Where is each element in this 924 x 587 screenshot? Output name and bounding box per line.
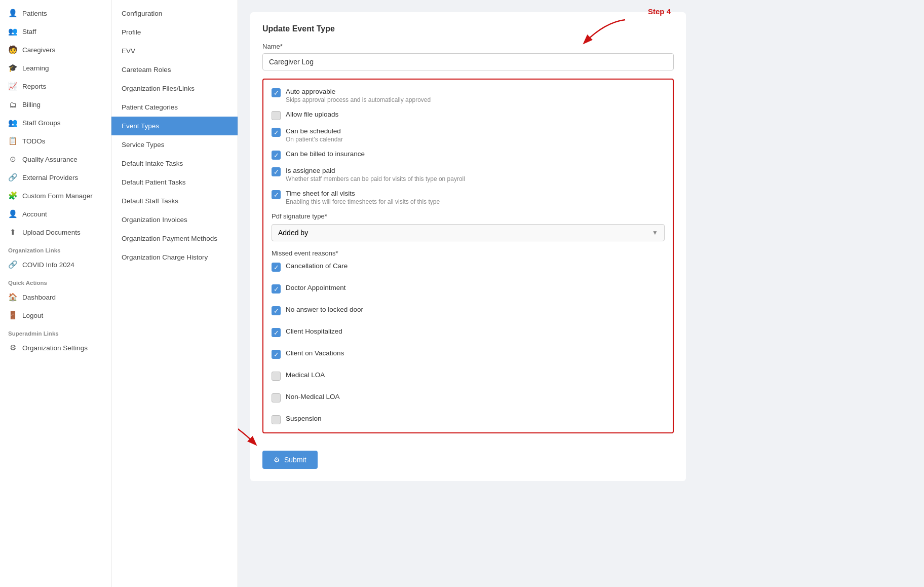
step4-arrow xyxy=(564,17,630,49)
checkbox-allow-file-uploads: Allow file uploads xyxy=(272,111,665,120)
sidebar-label-staff: Staff xyxy=(22,28,36,35)
checkbox-can-be-scheduled-text: Can be scheduled On patient's calendar xyxy=(286,127,343,143)
nav-configuration[interactable]: Configuration xyxy=(111,4,238,23)
quality-assurance-icon: ⊙ xyxy=(8,155,17,164)
options-box: ✓ Auto approvable Skips approval process… xyxy=(262,79,674,433)
missed-locked-door: ✓ No answer to locked door xyxy=(272,306,665,315)
checkbox-allow-file-uploads-input[interactable] xyxy=(272,111,281,120)
submit-button-wrap: ⚙ Submit xyxy=(262,442,674,469)
sidebar-item-staff[interactable]: 👥 Staff xyxy=(0,22,111,41)
missed-client-hospitalized: ✓ Client Hospitalized xyxy=(272,327,665,337)
sidebar-item-learning[interactable]: 🎓 Learning xyxy=(0,59,111,77)
nav-org-files-links[interactable]: Organization Files/Links xyxy=(111,79,238,98)
checkbox-allow-file-uploads-text: Allow file uploads xyxy=(286,111,338,118)
checkbox-can-be-billed-input[interactable]: ✓ xyxy=(272,151,281,160)
nav-profile[interactable]: Profile xyxy=(111,23,238,42)
sidebar-label-external-providers: External Providers xyxy=(22,174,78,181)
missed-reasons-label: Missed event reasons* xyxy=(272,249,665,257)
checkbox-timesheet-input[interactable]: ✓ xyxy=(272,190,281,199)
sidebar-item-staff-groups[interactable]: 👥 Staff Groups xyxy=(0,114,111,132)
external-providers-icon: 🔗 xyxy=(8,173,17,182)
sidebar-item-todos[interactable]: 📋 TODOs xyxy=(0,132,111,150)
missed-suspension-input[interactable] xyxy=(272,415,281,424)
sidebar-item-reports[interactable]: 📈 Reports xyxy=(0,77,111,95)
dashboard-icon: 🏠 xyxy=(8,292,17,302)
missed-non-medical-loa-input[interactable] xyxy=(272,393,281,402)
sidebar-item-patients[interactable]: 👤 Patients xyxy=(0,4,111,22)
sidebar-item-account[interactable]: 👤 Account xyxy=(0,205,111,223)
checkbox-timesheet-text: Time sheet for all visits Enabling this … xyxy=(286,190,440,205)
pdf-sig-label: Pdf signature type* xyxy=(272,212,665,220)
missed-medical-loa-input[interactable] xyxy=(272,372,281,381)
nav-event-types[interactable]: Event Types xyxy=(111,117,238,135)
caregivers-icon: 🧑 xyxy=(8,45,17,54)
checkbox-can-be-scheduled: ✓ Can be scheduled On patient's calendar xyxy=(272,127,665,143)
sidebar-label-quality-assurance: Quality Assurance xyxy=(22,156,78,163)
pdf-sig-dropdown[interactable]: Added by ▼ xyxy=(272,224,665,241)
sidebar-label-upload-documents: Upload Documents xyxy=(22,229,81,236)
todos-icon: 📋 xyxy=(8,136,17,145)
submit-label: Submit xyxy=(284,456,306,464)
checkbox-is-assignee-paid-text: Is assignee paid Whether staff members c… xyxy=(286,167,465,182)
sidebar-item-caregivers[interactable]: 🧑 Caregivers xyxy=(0,41,111,59)
pdf-sig-display[interactable]: Added by ▼ xyxy=(272,224,665,241)
sidebar-item-covid[interactable]: 🔗 COVID Info 2024 xyxy=(0,255,111,274)
nav-patient-categories[interactable]: Patient Categories xyxy=(111,98,238,117)
custom-form-icon: 🧩 xyxy=(8,191,17,200)
missed-vacations-input[interactable]: ✓ xyxy=(272,350,281,359)
gear-icon: ⚙ xyxy=(274,456,280,464)
checkbox-auto-approvable-input[interactable]: ✓ xyxy=(272,88,281,97)
nav-org-payment-methods[interactable]: Organization Payment Methods xyxy=(111,229,238,248)
missed-cancellation-of-care: ✓ Cancellation of Care xyxy=(272,262,665,272)
quick-actions-section: Quick Actions xyxy=(0,274,111,288)
sidebar-item-custom-form-manager[interactable]: 🧩 Custom Form Manager xyxy=(0,187,111,205)
sidebar-label-billing: Billing xyxy=(22,101,41,108)
nav-default-staff-tasks[interactable]: Default Staff Tasks xyxy=(111,192,238,210)
missed-hospitalized-input[interactable]: ✓ xyxy=(272,328,281,337)
nav-default-intake-tasks[interactable]: Default Intake Tasks xyxy=(111,154,238,173)
missed-doctor-input[interactable]: ✓ xyxy=(272,284,281,294)
sidebar-item-upload-documents[interactable]: ⬆ Upload Documents xyxy=(0,223,111,241)
sidebar-label-learning: Learning xyxy=(22,64,49,72)
nav-org-charge-history[interactable]: Organization Charge History xyxy=(111,248,238,267)
missed-suspension: Suspension xyxy=(272,415,665,424)
sidebar-label-patients: Patients xyxy=(22,10,47,17)
main-area: Configuration Profile EVV Careteam Roles… xyxy=(111,0,924,587)
missed-locked-door-input[interactable]: ✓ xyxy=(272,306,281,315)
sidebar-item-quality-assurance[interactable]: ⊙ Quality Assurance xyxy=(0,150,111,168)
upload-icon: ⬆ xyxy=(8,228,17,237)
billing-icon: 🗂 xyxy=(8,100,17,109)
form-card: Step 4 Update Event Type Name* xyxy=(250,12,686,481)
sidebar-label-account: Account xyxy=(22,210,47,218)
checkbox-timesheet: ✓ Time sheet for all visits Enabling thi… xyxy=(272,190,665,205)
sidebar-item-org-settings[interactable]: ⚙ Organization Settings xyxy=(0,339,111,357)
submit-button[interactable]: ⚙ Submit xyxy=(262,451,318,469)
nav-org-invoices[interactable]: Organization Invoices xyxy=(111,210,238,229)
sidebar-item-logout[interactable]: 🚪 Logout xyxy=(0,306,111,324)
step4-arrow-svg xyxy=(564,17,630,48)
missed-non-medical-loa: Non-Medical LOA xyxy=(272,393,665,402)
checkbox-auto-approvable: ✓ Auto approvable Skips approval process… xyxy=(272,88,665,103)
sidebar-item-billing[interactable]: 🗂 Billing xyxy=(0,95,111,114)
step5-arrow xyxy=(238,414,260,451)
checkbox-is-assignee-paid-input[interactable]: ✓ xyxy=(272,167,281,176)
checkbox-can-be-scheduled-input[interactable]: ✓ xyxy=(272,128,281,137)
nav-evv[interactable]: EVV xyxy=(111,42,238,60)
sidebar-item-dashboard[interactable]: 🏠 Dashboard xyxy=(0,288,111,306)
sidebar-label-dashboard: Dashboard xyxy=(22,294,56,301)
name-input[interactable] xyxy=(262,53,674,70)
sidebar-item-external-providers[interactable]: 🔗 External Providers xyxy=(0,168,111,187)
reports-icon: 📈 xyxy=(8,82,17,91)
checkbox-is-assignee-paid: ✓ Is assignee paid Whether staff members… xyxy=(272,167,665,182)
missed-cancellation-input[interactable]: ✓ xyxy=(272,263,281,272)
checkbox-can-be-billed-text: Can be billed to insurance xyxy=(286,150,365,158)
missed-client-vacations: ✓ Client on Vacations xyxy=(272,349,665,359)
sidebar-label-todos: TODOs xyxy=(22,137,46,145)
pdf-sig-value: Added by xyxy=(278,229,308,237)
nav-default-patient-tasks[interactable]: Default Patient Tasks xyxy=(111,173,238,192)
nav-service-types[interactable]: Service Types xyxy=(111,135,238,154)
logout-icon: 🚪 xyxy=(8,311,17,320)
missed-medical-loa: Medical LOA xyxy=(272,371,665,381)
staff-icon: 👥 xyxy=(8,27,17,36)
nav-careteam-roles[interactable]: Careteam Roles xyxy=(111,60,238,79)
